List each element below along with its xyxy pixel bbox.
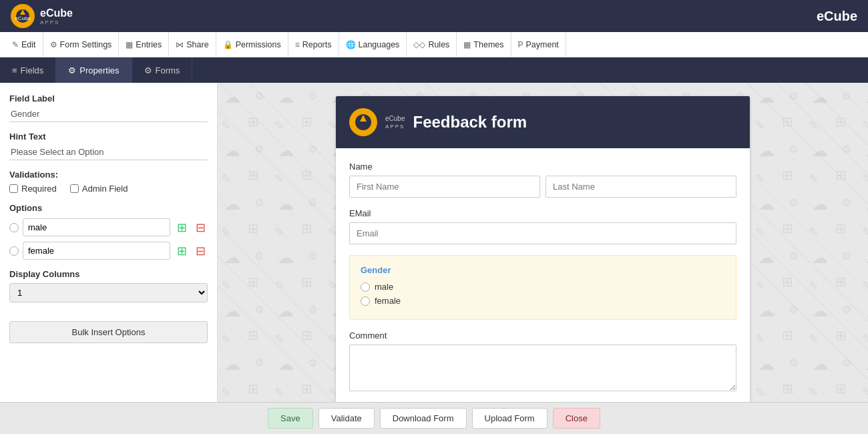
menu-entries[interactable]: ▦ Entries xyxy=(119,32,169,57)
name-field-row xyxy=(349,176,736,198)
radio-female-label: female xyxy=(375,296,401,306)
close-button[interactable]: Close xyxy=(553,408,600,429)
comment-field-label: Comment xyxy=(349,331,736,341)
entries-icon: ▦ xyxy=(126,40,133,49)
properties-icon: ⚙ xyxy=(68,65,76,75)
option-add-1[interactable]: ⊞ xyxy=(174,220,189,235)
download-form-button[interactable]: Download Form xyxy=(380,408,467,429)
save-button[interactable]: Save xyxy=(268,408,313,429)
tab-forms-label: Forms xyxy=(156,65,180,75)
menu-form-settings[interactable]: ⚙ Form Settings xyxy=(43,32,120,57)
validations-row: Required Admin Field xyxy=(9,184,208,194)
menu-languages-label: Languages xyxy=(359,40,400,49)
menu-share-label: Share xyxy=(186,40,208,49)
tab-properties[interactable]: ⚙ Properties xyxy=(56,57,132,83)
hint-text-group: Hint Text xyxy=(9,132,208,160)
menu-permissions-label: Permissions xyxy=(236,40,281,49)
display-cols-title: Display Columns xyxy=(9,269,208,279)
menu-reports[interactable]: ≡ Reports xyxy=(288,32,339,57)
menu-permissions[interactable]: 🔒 Permissions xyxy=(216,32,288,57)
logo-name: eCube xyxy=(40,7,73,19)
validations-title: Validations: xyxy=(9,170,208,180)
field-label-group: Field Label xyxy=(9,93,208,122)
tab-bar: ≡ Fields ⚙ Properties ⚙ Forms xyxy=(0,57,868,83)
settings-icon: ⚙ xyxy=(50,40,57,49)
hint-text-title: Hint Text xyxy=(9,132,208,142)
option-add-2[interactable]: ⊞ xyxy=(174,244,189,258)
gender-field-label: Gender xyxy=(361,265,725,275)
tab-fields-label: Fields xyxy=(21,65,44,75)
comment-field: Comment xyxy=(349,331,736,393)
tab-fields[interactable]: ≡ Fields xyxy=(0,57,56,83)
first-name-input[interactable] xyxy=(349,176,540,198)
validate-button[interactable]: Validate xyxy=(318,408,375,429)
option-row-1: ⊞ ⊟ xyxy=(9,218,208,236)
form-logo-icon xyxy=(349,108,377,136)
last-name-input[interactable] xyxy=(546,176,736,198)
required-checkbox[interactable] xyxy=(9,184,18,193)
email-field-label: EMail xyxy=(349,208,736,218)
option-row-2: ⊞ ⊟ xyxy=(9,242,208,260)
email-input[interactable] xyxy=(349,222,736,244)
form-header-title: Feedback form xyxy=(413,113,527,132)
menu-languages[interactable]: 🌐 Languages xyxy=(339,32,407,57)
radio-male-label: male xyxy=(375,282,393,292)
display-columns-group: Display Columns 1 2 3 4 xyxy=(9,269,208,312)
option-remove-1[interactable]: ⊟ xyxy=(193,220,208,235)
fields-icon: ≡ xyxy=(12,65,17,75)
menu-edit-label: Edit xyxy=(21,40,36,49)
menu-payment[interactable]: P Payment xyxy=(511,32,566,57)
admin-field-checkbox[interactable] xyxy=(70,184,79,193)
admin-field-label: Admin Field xyxy=(82,184,128,194)
option-input-2[interactable] xyxy=(23,242,170,260)
menu-payment-label: Payment xyxy=(526,40,559,49)
menu-rules[interactable]: ◇◇ Rules xyxy=(407,32,457,57)
options-group: Options ⊞ ⊟ ⊞ ⊟ xyxy=(9,203,208,260)
tab-forms[interactable]: ⚙ Forms xyxy=(132,57,193,83)
left-panel: Field Label Hint Text Validations: Requi… xyxy=(0,83,218,402)
edit-icon: ✎ xyxy=(12,40,19,49)
field-label-input[interactable] xyxy=(9,106,208,122)
tab-properties-label: Properties xyxy=(79,65,119,75)
gender-field: Gender male female xyxy=(349,255,736,320)
top-bar: eCube eCube APPS eCube xyxy=(0,0,868,32)
payment-icon: P xyxy=(518,40,523,49)
rules-icon: ◇◇ xyxy=(413,40,425,49)
option-remove-2[interactable]: ⊟ xyxy=(193,244,208,258)
display-cols-select[interactable]: 1 2 3 4 xyxy=(9,283,208,302)
lock-icon: 🔒 xyxy=(223,40,233,49)
forms-icon: ⚙ xyxy=(144,65,152,75)
required-checkbox-label[interactable]: Required xyxy=(9,184,57,194)
menu-themes[interactable]: ▦ Themes xyxy=(457,32,511,57)
menu-edit[interactable]: ✎ Edit xyxy=(5,32,43,57)
name-field: Name xyxy=(349,162,736,198)
menu-share[interactable]: ⋈ Share xyxy=(169,32,216,57)
bulk-insert-button[interactable]: Bulk Insert Options xyxy=(9,321,208,343)
app-title: eCube xyxy=(817,9,857,24)
menu-rules-label: Rules xyxy=(428,40,449,49)
menu-themes-label: Themes xyxy=(473,40,503,49)
share-icon: ⋈ xyxy=(176,40,184,49)
logo-icon: eCube xyxy=(11,4,35,28)
bottom-bar: Save Validate Download Form Upload Form … xyxy=(0,402,868,434)
name-field-label: Name xyxy=(349,162,736,172)
svg-text:eCube: eCube xyxy=(15,15,31,21)
validations-group: Validations: Required Admin Field xyxy=(9,170,208,194)
form-logo-label: eCubeAPPS xyxy=(385,115,405,130)
upload-form-button[interactable]: Upload Form xyxy=(472,408,548,429)
radio-male xyxy=(361,282,370,292)
comment-textarea[interactable] xyxy=(349,345,736,391)
themes-icon: ▦ xyxy=(463,40,471,49)
admin-field-checkbox-label[interactable]: Admin Field xyxy=(70,184,128,194)
gender-male-option: male xyxy=(361,282,725,292)
hint-text-input[interactable] xyxy=(9,144,208,160)
menu-bar: ✎ Edit ⚙ Form Settings ▦ Entries ⋈ Share… xyxy=(0,32,868,57)
menu-reports-label: Reports xyxy=(302,40,332,49)
menu-entries-label: Entries xyxy=(136,40,162,49)
option-input-1[interactable] xyxy=(23,218,170,236)
field-label-title: Field Label xyxy=(9,93,208,103)
reports-icon: ≡ xyxy=(295,40,300,49)
option-radio-2 xyxy=(9,246,19,256)
gender-female-option: female xyxy=(361,296,725,306)
globe-icon: 🌐 xyxy=(346,40,356,49)
